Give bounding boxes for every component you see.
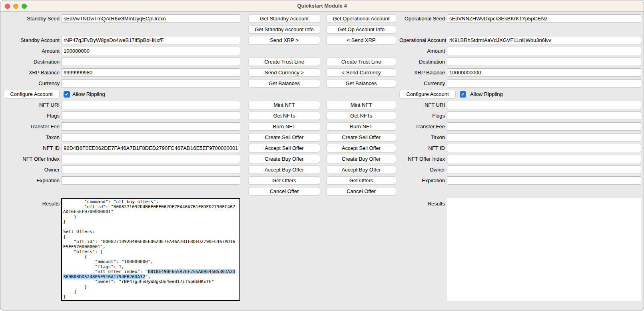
operational-cancel-offer-button[interactable]: Cancel Offer xyxy=(326,187,396,195)
standby-create-sell-offer-button[interactable]: Create Sell Offer xyxy=(248,133,320,142)
standby-create-buy-offer-button[interactable]: Create Buy Offer xyxy=(248,155,320,163)
standby-allow-rippling: ✓ Allow Rippling xyxy=(64,90,240,98)
get-standby-account-info-button[interactable]: Get Standby Account Info xyxy=(248,25,320,34)
standby-configure-account-button[interactable]: Configure Account xyxy=(3,90,60,98)
standby-xrp-balance-input[interactable] xyxy=(61,68,240,77)
operational-allow-rippling-checkbox[interactable]: ✓ xyxy=(460,91,466,98)
close-button[interactable] xyxy=(5,4,10,9)
operational-currency-label: Currency xyxy=(399,79,445,88)
operational-seed-label: Operational Seed xyxy=(399,14,445,23)
operational-nft-id-input[interactable] xyxy=(447,144,641,152)
operational-nft-uri-input[interactable] xyxy=(447,101,641,109)
standby-nft-uri-label: NFT URI xyxy=(0,101,60,109)
operational-owner-input[interactable] xyxy=(447,165,641,174)
operational-xrp-balance-input[interactable] xyxy=(447,68,641,77)
standby-flags-label: Flags xyxy=(0,112,60,120)
operational-account-label: Operational Account xyxy=(399,36,445,44)
operational-nft-offer-index-input[interactable] xyxy=(447,155,641,163)
standby-currency-label: Currency xyxy=(0,79,60,88)
standby-get-balances-button[interactable]: Get Balances xyxy=(248,79,320,88)
standby-expiration-input[interactable] xyxy=(61,176,240,185)
get-standby-account-button[interactable]: Get Standby Account xyxy=(248,14,320,23)
standby-nft-offer-index-label: NFT Offer Index xyxy=(0,155,60,163)
standby-allow-rippling-label: Allow Rippling xyxy=(72,91,105,97)
operational-configure-account-button[interactable]: Configure Account xyxy=(399,90,456,98)
operational-amount-input[interactable] xyxy=(447,47,641,55)
standby-get-nfts-button[interactable]: Get NFTs xyxy=(248,112,320,120)
standby-xrp-balance-label: XRP Balance xyxy=(0,68,60,77)
operational-expiration-label: Expiration xyxy=(399,176,445,185)
standby-account-input[interactable] xyxy=(61,36,240,44)
standby-owner-input[interactable] xyxy=(61,165,240,174)
app-window: Quickstart Module 4 Standby Seed Get Sta… xyxy=(0,0,644,311)
get-op-account-info-button[interactable]: Get Op Account Info xyxy=(326,25,396,34)
operational-create-trust-line-button[interactable]: Create Trust Line xyxy=(326,58,396,66)
operational-accept-sell-offer-button[interactable]: Accept Sell Offer xyxy=(326,144,396,152)
standby-results-label: Results xyxy=(0,198,60,208)
standby-nft-id-label: NFT ID xyxy=(0,144,60,152)
standby-transfer-fee-input[interactable] xyxy=(61,122,240,131)
operational-expiration-input[interactable] xyxy=(447,176,641,185)
standby-flags-input[interactable] xyxy=(61,112,240,120)
standby-cancel-offer-button[interactable]: Cancel Offer xyxy=(248,187,320,195)
standby-create-trust-line-button[interactable]: Create Trust Line xyxy=(248,58,320,66)
operational-create-sell-offer-button[interactable]: Create Sell Offer xyxy=(326,133,396,142)
title-bar: Quickstart Module 4 xyxy=(0,0,644,12)
window-title: Quickstart Module 4 xyxy=(0,0,644,12)
operational-send-currency-button[interactable]: < Send Currency xyxy=(326,68,396,77)
standby-allow-rippling-checkbox[interactable]: ✓ xyxy=(64,91,70,98)
standby-transfer-fee-label: Transfer Fee xyxy=(0,122,60,131)
operational-results-textarea[interactable] xyxy=(447,198,641,301)
standby-destination-input[interactable] xyxy=(61,58,240,66)
operational-configure-row: Configure Account ✓ Allow Rippling xyxy=(399,90,641,98)
standby-seed-input[interactable] xyxy=(61,14,240,23)
operational-nft-id-label: NFT ID xyxy=(399,144,445,152)
operational-account-input[interactable] xyxy=(447,36,641,44)
operational-transfer-fee-input[interactable] xyxy=(447,122,641,131)
standby-get-offers-button[interactable]: Get Offers xyxy=(248,176,320,185)
standby-amount-input[interactable] xyxy=(61,47,240,55)
standby-accept-sell-offer-button[interactable]: Accept Sell Offer xyxy=(248,144,320,152)
standby-burn-nft-button[interactable]: Burn NFT xyxy=(248,122,320,131)
operational-accept-buy-offer-button[interactable]: Accept Buy Offer xyxy=(326,165,396,174)
operational-results-label: Results xyxy=(399,198,445,208)
standby-results-textarea[interactable]: "command": "nft_buy_offers", "nft_id": "… xyxy=(61,198,240,301)
operational-currency-input[interactable] xyxy=(447,79,641,88)
standby-taxon-input[interactable] xyxy=(61,133,240,142)
get-operational-account-button[interactable]: Get Operational Account xyxy=(326,14,396,23)
operational-seed-input[interactable] xyxy=(447,14,641,23)
main-content: Standby Seed Get Standby Account Get Ope… xyxy=(0,12,644,301)
operational-taxon-input[interactable] xyxy=(447,133,641,142)
operational-get-balances-button[interactable]: Get Balances xyxy=(326,79,396,88)
operational-mint-nft-button[interactable]: Mint NFT xyxy=(326,101,396,109)
standby-seed-label: Standby Seed xyxy=(0,14,60,23)
operational-taxon-label: Taxon xyxy=(399,133,445,142)
minimize-button[interactable] xyxy=(13,4,18,9)
standby-mint-nft-button[interactable]: Mint NFT xyxy=(248,101,320,109)
standby-nft-uri-input[interactable] xyxy=(61,101,240,109)
standby-owner-label: Owner xyxy=(0,165,60,174)
results-text-before: "command": "nft_buy_offers", "nft_id": "… xyxy=(63,199,235,274)
standby-send-currency-button[interactable]: Send Currency > xyxy=(248,68,320,77)
standby-expiration-label: Expiration xyxy=(0,176,60,185)
standby-nft-id-input[interactable] xyxy=(61,144,240,152)
operational-amount-label: Amount xyxy=(399,47,445,55)
standby-send-xrp-button[interactable]: Send XRP > xyxy=(248,36,320,44)
operational-create-buy-offer-button[interactable]: Create Buy Offer xyxy=(326,155,396,163)
operational-get-offers-button[interactable]: Get Offers xyxy=(326,176,396,185)
standby-amount-label: Amount xyxy=(0,47,60,55)
traffic-lights xyxy=(5,4,27,9)
operational-destination-label: Destination xyxy=(399,58,445,66)
operational-get-nfts-button[interactable]: Get NFTs xyxy=(326,112,396,120)
operational-send-xrp-button[interactable]: < Send XRP xyxy=(326,36,396,44)
operational-destination-input[interactable] xyxy=(447,58,641,66)
operational-flags-input[interactable] xyxy=(447,112,641,120)
standby-nft-offer-index-input[interactable] xyxy=(61,155,240,163)
operational-xrp-balance-label: XRP Balance xyxy=(399,68,445,77)
zoom-button[interactable] xyxy=(22,4,27,9)
operational-burn-nft-button[interactable]: Burn NFT xyxy=(326,122,396,131)
standby-destination-label: Destination xyxy=(0,58,60,66)
standby-accept-buy-offer-button[interactable]: Accept Buy Offer xyxy=(248,165,320,174)
standby-currency-input[interactable] xyxy=(61,79,240,88)
operational-transfer-fee-label: Transfer Fee xyxy=(399,122,445,131)
